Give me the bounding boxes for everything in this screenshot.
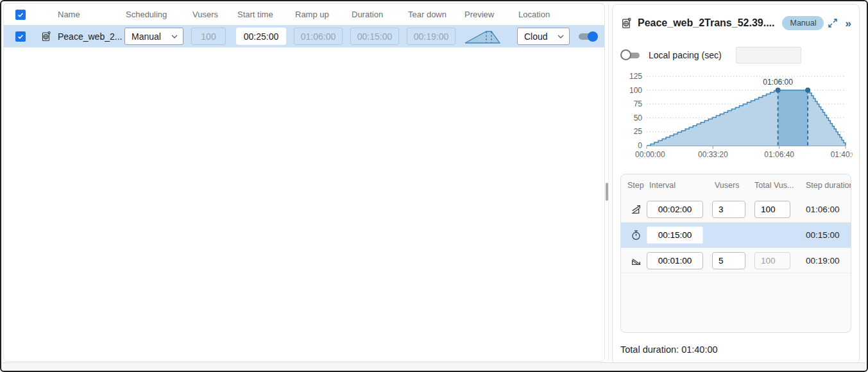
- total-duration-label: Total duration:: [620, 344, 679, 355]
- scheduling-select[interactable]: Manual: [124, 28, 183, 45]
- col-preview: Preview: [462, 10, 516, 19]
- script-icon: [33, 31, 55, 42]
- ramp-up-input: [294, 28, 343, 45]
- scenario-table: Name Scheduling Vusers Start time Ramp u…: [3, 3, 605, 362]
- local-pacing-label: Local pacing (sec): [649, 50, 722, 60]
- total-duration: Total duration: 01:40:00: [620, 344, 851, 355]
- preview-chart: [462, 28, 516, 45]
- steps-col-total: Total Vus...: [754, 181, 802, 190]
- step-row-ramp-down[interactable]: 00:19:00: [621, 248, 851, 273]
- tear-down-input: [407, 28, 455, 45]
- scenario-enabled-toggle[interactable]: [579, 31, 598, 42]
- row-checkbox[interactable]: [15, 31, 26, 42]
- steps-col-interval: Interval: [647, 181, 712, 190]
- script-icon: [620, 17, 633, 30]
- col-scheduling: Scheduling: [123, 10, 190, 19]
- col-duration: Duration: [349, 10, 405, 19]
- ramp-up-step-duration: 01:06:00: [802, 205, 851, 214]
- vusers-chart: 00:00:0000:33:2001:06:4001:40:0002550751…: [620, 70, 853, 166]
- col-tear-down: Tear down: [405, 10, 462, 19]
- svg-text:01:06:40: 01:06:40: [764, 150, 794, 159]
- expand-icon[interactable]: [828, 18, 838, 28]
- local-pacing-toggle[interactable]: [620, 49, 641, 61]
- ramp-down-total-input: [754, 252, 790, 269]
- start-time-input[interactable]: [236, 28, 286, 45]
- duration-input: [350, 28, 399, 45]
- svg-text:100: 100: [629, 86, 642, 95]
- collapse-panel-icon[interactable]: »: [846, 18, 851, 29]
- duration-step-duration: 00:15:00: [802, 230, 851, 240]
- svg-text:0: 0: [638, 141, 642, 150]
- svg-text:50: 50: [634, 114, 643, 123]
- select-all-checkbox[interactable]: [15, 10, 26, 20]
- chevron-down-icon: [171, 35, 178, 38]
- svg-text:01:40:00: 01:40:00: [831, 150, 853, 159]
- col-name: Name: [55, 10, 123, 19]
- scheduling-value: Manual: [132, 31, 161, 42]
- panel-header: Peace_web_2Trans_52.39.... Manual »: [620, 15, 851, 31]
- svg-text:01:06:00: 01:06:00: [763, 78, 793, 87]
- steps-col-duration: Step duration: [802, 181, 851, 190]
- svg-text:00:00:00: 00:00:00: [635, 150, 665, 159]
- scenario-name: Peace_web_2...: [55, 31, 123, 42]
- location-value: Cloud: [524, 31, 548, 42]
- horizontal-scrollbar[interactable]: [2, 362, 866, 370]
- scenario-row[interactable]: Peace_web_2... Manual: [4, 25, 604, 47]
- col-ramp-up: Ramp up: [293, 10, 349, 19]
- steps-table: Step Interval Vusers Total Vus... Step d…: [620, 174, 851, 333]
- step-row-duration[interactable]: 00:15:00: [621, 222, 851, 248]
- ramp-down-icon: [625, 255, 647, 266]
- vertical-scrollbar-thumb[interactable]: [606, 183, 608, 201]
- svg-text:125: 125: [629, 72, 642, 81]
- vusers-chart-container: 00:00:0000:33:2001:06:4001:40:0002550751…: [620, 70, 851, 166]
- scheduling-badge: Manual: [782, 16, 824, 30]
- ramp-down-vusers-input[interactable]: [712, 252, 745, 269]
- scenario-detail-panel: Peace_web_2Trans_52.39.... Manual » Loca: [612, 4, 860, 364]
- panel-title: Peace_web_2Trans_52.39....: [638, 17, 774, 29]
- svg-text:75: 75: [634, 99, 643, 108]
- stopwatch-icon: [625, 230, 647, 241]
- ramp-up-vusers-input[interactable]: [712, 201, 745, 218]
- chevron-down-icon: [557, 35, 564, 38]
- check-icon: [17, 33, 24, 40]
- ramp-down-step-duration: 00:19:00: [802, 256, 851, 266]
- col-location: Location: [516, 10, 572, 19]
- svg-text:00:33:20: 00:33:20: [698, 150, 728, 159]
- ramp-down-interval-input[interactable]: [647, 252, 703, 269]
- app-window: Name Scheduling Vusers Start time Ramp u…: [0, 0, 868, 372]
- col-vusers: Vusers: [190, 10, 235, 19]
- col-start-time: Start time: [235, 10, 293, 19]
- steps-col-vusers: Vusers: [712, 181, 754, 190]
- local-pacing-input: [736, 47, 801, 63]
- total-duration-value: 01:40:00: [681, 344, 717, 355]
- vusers-input: [191, 28, 226, 45]
- check-icon: [17, 11, 24, 19]
- ramp-up-interval-input[interactable]: [647, 201, 703, 218]
- ramp-up-icon: [625, 204, 647, 215]
- local-pacing-row: Local pacing (sec): [620, 47, 851, 63]
- svg-text:25: 25: [634, 127, 643, 136]
- steps-header-row: Step Interval Vusers Total Vus... Step d…: [621, 174, 851, 196]
- ramp-up-total-input[interactable]: [754, 201, 790, 218]
- step-row-ramp-up[interactable]: 01:06:00: [621, 196, 851, 222]
- location-select[interactable]: Cloud: [517, 28, 570, 45]
- duration-interval-input[interactable]: [647, 226, 703, 244]
- steps-col-step: Step: [625, 181, 647, 190]
- table-header-row: Name Scheduling Vusers Start time Ramp u…: [4, 4, 604, 25]
- panel-divider: [608, 4, 609, 360]
